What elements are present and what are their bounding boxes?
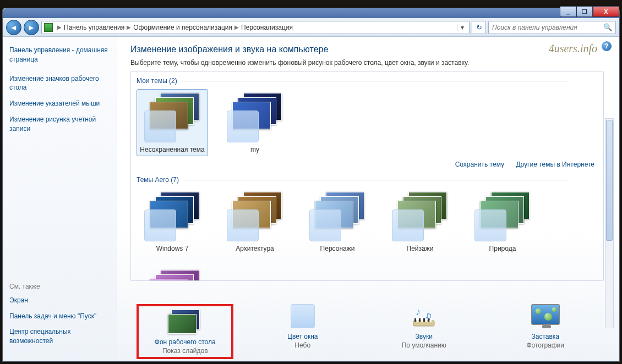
svg-rect-3 [414,318,416,322]
group-header-my-themes: Мои темы (2) [137,77,598,85]
svg-rect-7 [423,318,425,322]
sidebar-link-taskbar[interactable]: Панель задач и меню "Пуск" [9,312,110,321]
sounds-icon: ♪♫ [405,304,443,329]
forward-button[interactable]: ► [24,20,39,35]
sounds-label: Звуки [372,333,476,340]
chevron-right-icon: ▶ [57,24,62,30]
theme-item-my[interactable]: my [219,89,291,156]
back-button[interactable]: ◄ [6,20,21,35]
screensaver-status: Фотографии [493,341,598,349]
theme-label: Windows 7 [139,245,205,252]
svg-rect-6 [421,318,423,322]
watermark-text: 4users.info [549,42,597,55]
svg-text:♪: ♪ [416,306,421,317]
sidebar-link-account-picture[interactable]: Изменение рисунка учетной записи [9,115,110,134]
content-body: Панель управления - домашняя страница Из… [3,37,619,361]
maximize-button[interactable]: ❐ [576,6,593,17]
scrollbar-vertical[interactable] [605,118,614,328]
desktop-background-icon [166,310,204,335]
page-title: Изменение изображения и звука на компьют… [130,45,619,54]
chevron-right-icon: ▶ [234,24,239,30]
help-button[interactable]: ? [602,41,612,51]
theme-label: Несохраненная тема [139,146,205,153]
close-button[interactable]: X [593,6,619,17]
page-description: Выберите тему, чтобы одновременно измени… [130,59,619,67]
themes-scroll-area[interactable]: Мои темы (2) Несохраненная тема my Сохра… [130,71,604,281]
breadcrumb[interactable]: ▶ Панель управления ▶ Оформление и персо… [41,21,470,34]
refresh-button[interactable]: ↻ [472,21,486,34]
breadcrumb-dropdown[interactable]: ▾ [457,24,467,31]
content-pane: 4users.info ? Изменение изображения и зв… [117,37,619,361]
theme-links: Сохранить тему Другие темы в Интернете [137,156,598,174]
crumb-appearance[interactable]: Оформление и персонализация [133,24,232,31]
search-icon[interactable]: 🔍 [603,23,612,31]
personalization-footer: Фон рабочего стола Показ слайдов Цвет ок… [130,301,606,361]
theme-label: Пейзажи [387,245,453,252]
screensaver-button[interactable]: Заставка Фотографии [493,304,598,349]
window-color-button[interactable]: Цвет окна Небо [250,304,355,349]
save-theme-link[interactable]: Сохранить тему [455,161,504,168]
see-also-header: См. также [9,283,110,290]
sidebar-link-mouse-pointers[interactable]: Изменение указателей мыши [9,99,110,108]
window-frame: _ ❐ X ◄ ► ▶ Панель управления ▶ Оформлен… [2,8,620,362]
search-box[interactable]: 🔍 [488,21,616,34]
control-panel-home-link[interactable]: Панель управления - домашняя страница [9,46,110,64]
theme-item-landscapes[interactable]: Пейзажи [384,188,456,255]
control-panel-icon [44,23,53,32]
sidebar-link-desktop-icons[interactable]: Изменение значков рабочего стола [9,74,110,93]
address-bar: ◄ ► ▶ Панель управления ▶ Оформление и п… [3,18,619,37]
screensaver-icon [526,304,565,329]
sidebar: Панель управления - домашняя страница Из… [3,37,117,361]
svg-rect-5 [419,318,421,322]
window-color-label: Цвет окна [250,333,355,340]
window-controls: _ ❐ X [560,6,619,17]
svg-rect-9 [428,318,429,322]
theme-label: Персонажи [304,245,370,252]
desktop-background-button[interactable]: Фон рабочего стола Показ слайдов [137,304,233,359]
group-header-aero-themes: Темы Aero (7) [137,176,598,184]
desktop-background-label: Фон рабочего стола [141,338,229,346]
window-color-icon [283,304,322,329]
window-color-status: Небо [250,341,355,349]
svg-rect-4 [417,318,418,322]
theme-item-architecture[interactable]: Архитектура [219,188,291,255]
screensaver-label: Заставка [493,333,598,340]
theme-item-nature[interactable]: Природа [467,188,538,255]
svg-rect-8 [425,318,427,322]
theme-item-scenes[interactable]: Сцены [137,266,208,281]
theme-item-windows7[interactable]: Windows 7 [137,188,208,255]
theme-item-unsaved[interactable]: Несохраненная тема [137,89,208,156]
sounds-status: По умолчанию [372,341,476,349]
scrollbar-thumb[interactable] [606,120,613,241]
sidebar-link-display[interactable]: Экран [9,296,110,305]
sidebar-link-ease-of-access[interactable]: Центр специальных возможностей [9,327,110,346]
theme-label: Природа [470,245,536,252]
desktop-background-status: Показ слайдов [141,347,229,355]
chevron-right-icon: ▶ [127,24,131,30]
title-bar: _ ❐ X [3,8,619,18]
theme-label: Архитектура [222,245,288,252]
crumb-personalization[interactable]: Персонализация [241,24,293,31]
crumb-control-panel[interactable]: Панель управления [64,24,124,31]
theme-label: my [222,146,288,153]
minimize-button[interactable]: _ [560,6,576,17]
svg-rect-10 [430,318,432,322]
themes-online-link[interactable]: Другие темы в Интернете [516,161,594,168]
theme-item-characters[interactable]: Персонажи [302,188,373,255]
sounds-button[interactable]: ♪♫ Звуки По умолчанию [372,304,476,349]
search-input[interactable] [492,24,603,31]
